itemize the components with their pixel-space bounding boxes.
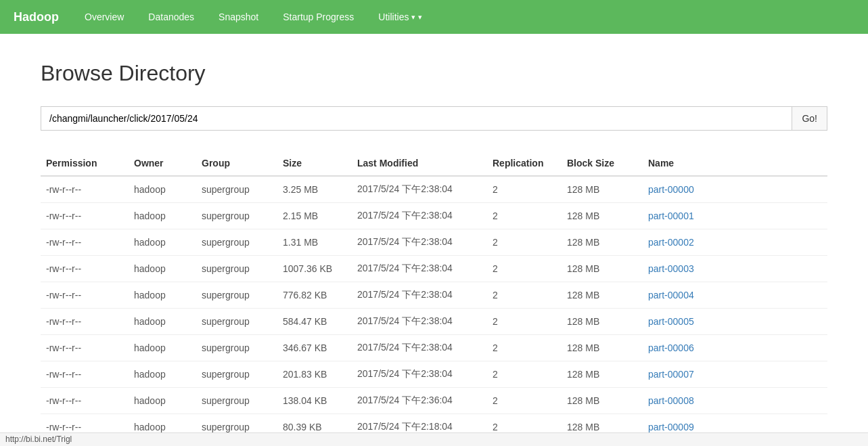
file-link[interactable]: part-00009: [648, 422, 694, 432]
cell-name[interactable]: part-00004: [643, 282, 827, 309]
cell-group: supergroup: [196, 361, 277, 388]
col-header-owner: Owner: [129, 151, 196, 176]
table-row: -rw-r--r--hadoopsupergroup201.83 KB2017/…: [41, 361, 827, 388]
cell-size: 776.82 KB: [277, 282, 352, 309]
cell-owner: hadoop: [129, 203, 196, 229]
table-row: -rw-r--r--hadoopsupergroup3.25 MB2017/5/…: [41, 176, 827, 203]
cell-name[interactable]: part-00008: [643, 388, 827, 414]
cell-modified: 2017/5/24 下午2:38:04: [352, 176, 487, 203]
cell-name[interactable]: part-00003: [643, 256, 827, 282]
cell-permission: -rw-r--r--: [41, 229, 129, 256]
cell-replication: 2: [487, 335, 562, 361]
cell-owner: hadoop: [129, 282, 196, 309]
cell-size: 1007.36 KB: [277, 256, 352, 282]
cell-name[interactable]: part-00007: [643, 361, 827, 388]
cell-modified: 2017/5/24 下午2:36:04: [352, 388, 487, 414]
file-link[interactable]: part-00002: [648, 237, 694, 248]
cell-modified: 2017/5/24 下午2:38:04: [352, 256, 487, 282]
cell-group: supergroup: [196, 309, 277, 335]
cell-size: 584.47 KB: [277, 309, 352, 335]
path-row: Go!: [41, 106, 827, 131]
cell-owner: hadoop: [129, 256, 196, 282]
table-body: -rw-r--r--hadoopsupergroup3.25 MB2017/5/…: [41, 176, 827, 441]
nav-link-utilities[interactable]: Utilities▾: [366, 1, 434, 32]
cell-modified: 2017/5/24 下午2:38:04: [352, 309, 487, 335]
col-header-name: Name: [643, 151, 827, 176]
cell-owner: hadoop: [129, 229, 196, 256]
directory-table: Permission Owner Group Size Last Modifie…: [41, 151, 827, 441]
table-row: -rw-r--r--hadoopsupergroup584.47 KB2017/…: [41, 309, 827, 335]
cell-group: supergroup: [196, 256, 277, 282]
nav-links: OverviewDatanodesSnapshotStartup Progres…: [72, 1, 434, 32]
col-header-size: Size: [277, 151, 352, 176]
col-header-permission: Permission: [41, 151, 129, 176]
nav-link-datanodes[interactable]: Datanodes: [136, 1, 206, 32]
cell-size: 346.67 KB: [277, 335, 352, 361]
file-link[interactable]: part-00001: [648, 210, 694, 221]
navbar-brand[interactable]: Hadoop: [14, 10, 59, 24]
cell-name[interactable]: part-00002: [643, 229, 827, 256]
cell-group: supergroup: [196, 229, 277, 256]
nav-link-overview[interactable]: Overview: [72, 1, 136, 32]
cell-blocksize: 128 MB: [562, 361, 643, 388]
cell-blocksize: 128 MB: [562, 176, 643, 203]
cell-modified: 2017/5/24 下午2:38:04: [352, 229, 487, 256]
cell-name[interactable]: part-00006: [643, 335, 827, 361]
navbar: Hadoop OverviewDatanodesSnapshotStartup …: [0, 0, 868, 34]
cell-blocksize: 128 MB: [562, 203, 643, 229]
cell-blocksize: 128 MB: [562, 229, 643, 256]
nav-link-startup-progress[interactable]: Startup Progress: [271, 1, 366, 32]
cell-group: supergroup: [196, 335, 277, 361]
cell-replication: 2: [487, 229, 562, 256]
table-row: -rw-r--r--hadoopsupergroup776.82 KB2017/…: [41, 282, 827, 309]
status-text: http://bi.bi.net/Trigl: [5, 434, 72, 444]
cell-group: supergroup: [196, 176, 277, 203]
cell-modified: 2017/5/24 下午2:38:04: [352, 335, 487, 361]
file-link[interactable]: part-00000: [648, 184, 694, 195]
file-link[interactable]: part-00005: [648, 316, 694, 327]
table-row: -rw-r--r--hadoopsupergroup2.15 MB2017/5/…: [41, 203, 827, 229]
file-link[interactable]: part-00004: [648, 290, 694, 300]
nav-link-snapshot[interactable]: Snapshot: [206, 1, 271, 32]
cell-modified: 2017/5/24 下午2:38:04: [352, 361, 487, 388]
cell-group: supergroup: [196, 282, 277, 309]
cell-permission: -rw-r--r--: [41, 282, 129, 309]
cell-name[interactable]: part-00000: [643, 176, 827, 203]
path-input[interactable]: [41, 106, 792, 131]
file-link[interactable]: part-00007: [648, 369, 694, 380]
file-link[interactable]: part-00006: [648, 342, 694, 353]
table-row: -rw-r--r--hadoopsupergroup1007.36 KB2017…: [41, 256, 827, 282]
cell-permission: -rw-r--r--: [41, 388, 129, 414]
cell-size: 1.31 MB: [277, 229, 352, 256]
go-button[interactable]: Go!: [792, 106, 827, 131]
cell-replication: 2: [487, 361, 562, 388]
cell-permission: -rw-r--r--: [41, 309, 129, 335]
cell-modified: 2017/5/24 下午2:38:04: [352, 203, 487, 229]
status-bar: http://bi.bi.net/Trigl: [0, 432, 868, 446]
cell-replication: 2: [487, 309, 562, 335]
cell-owner: hadoop: [129, 335, 196, 361]
cell-replication: 2: [487, 282, 562, 309]
file-link[interactable]: part-00003: [648, 263, 694, 274]
cell-name[interactable]: part-00001: [643, 203, 827, 229]
table-row: -rw-r--r--hadoopsupergroup1.31 MB2017/5/…: [41, 229, 827, 256]
page-title: Browse Directory: [41, 61, 827, 86]
cell-permission: -rw-r--r--: [41, 335, 129, 361]
cell-permission: -rw-r--r--: [41, 361, 129, 388]
col-header-group: Group: [196, 151, 277, 176]
cell-permission: -rw-r--r--: [41, 176, 129, 203]
cell-size: 3.25 MB: [277, 176, 352, 203]
cell-blocksize: 128 MB: [562, 388, 643, 414]
cell-modified: 2017/5/24 下午2:38:04: [352, 282, 487, 309]
cell-replication: 2: [487, 203, 562, 229]
cell-name[interactable]: part-00005: [643, 309, 827, 335]
file-link[interactable]: part-00008: [648, 395, 694, 406]
cell-size: 2.15 MB: [277, 203, 352, 229]
cell-blocksize: 128 MB: [562, 309, 643, 335]
main-content: Browse Directory Go! Permission Owner Gr…: [0, 34, 868, 446]
cell-group: supergroup: [196, 203, 277, 229]
cell-owner: hadoop: [129, 361, 196, 388]
cell-replication: 2: [487, 388, 562, 414]
cell-blocksize: 128 MB: [562, 335, 643, 361]
cell-owner: hadoop: [129, 309, 196, 335]
